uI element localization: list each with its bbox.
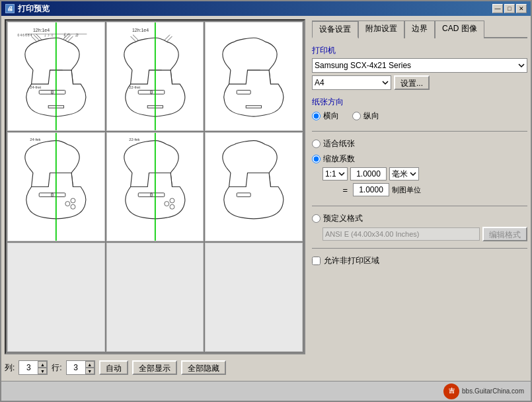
portrait-radio[interactable] bbox=[352, 112, 361, 120]
preview-cell-2 bbox=[205, 22, 303, 131]
minimize-button[interactable]: — bbox=[492, 4, 503, 13]
logo-area: 吉 bbs.GuitarChina.com bbox=[443, 383, 524, 399]
preview-grid: 12h:1e4 0 4 6 6 8 4 ♩ ♪ ♫ 𝄞 𝄢 𝅘𝅥𝅮 𝅘𝅥𝅯 bbox=[6, 20, 304, 353]
scale-row-1: 1:1 1:2 2:1 毫米 英寸 厘米 bbox=[323, 167, 527, 181]
rows-spin-buttons: ▲ ▼ bbox=[85, 361, 95, 374]
preview-cell-1: 12h:1e4 bbox=[106, 22, 204, 131]
scale-factor-option[interactable]: 缩放系数 bbox=[312, 153, 527, 165]
predefined-section: 预定义格式 ANSI E (44.00x34.00 Inches) 编辑格式 bbox=[312, 213, 527, 241]
main-window: 🖨 打印预览 — □ ✕ 12h:1e4 bbox=[0, 0, 532, 402]
svg-text:22-fek: 22-fek bbox=[129, 138, 139, 141]
landscape-radio[interactable] bbox=[312, 112, 321, 120]
paper-row: A4 设置... bbox=[312, 75, 527, 90]
nonprint-row[interactable]: 允许非打印区域 bbox=[312, 255, 527, 266]
svg-text:24-fek: 24-fek bbox=[30, 138, 40, 141]
scale-radio[interactable] bbox=[312, 155, 321, 163]
logo-icon: 吉 bbox=[443, 383, 459, 399]
nonprint-label: 允许非打印区域 bbox=[324, 255, 379, 266]
preview-controls: 列: 3 ▲ ▼ 行: 3 ▲ ▼ 自动 全部显示 bbox=[5, 358, 305, 378]
scale-controls: 1:1 1:2 2:1 毫米 英寸 厘米 = bbox=[312, 167, 527, 196]
format-row: ANSI E (44.00x34.00 Inches) 编辑格式 bbox=[312, 227, 527, 241]
tab-device-settings[interactable]: 设备设置 bbox=[312, 20, 358, 38]
svg-line-8 bbox=[36, 34, 42, 39]
preview-cell-4: 22-fek bbox=[106, 132, 204, 241]
preview-panel: 12h:1e4 0 4 6 6 8 4 ♩ ♪ ♫ 𝄞 𝄢 𝅘𝅥𝅮 𝅘𝅥𝅯 bbox=[1, 16, 309, 381]
window-icon: 🖨 bbox=[5, 4, 15, 13]
svg-text:𝅘𝅥𝅮 𝅘𝅥𝅯: 𝅘𝅥𝅮 𝅘𝅥𝅯 bbox=[75, 33, 79, 37]
bottom-bar: 吉 bbs.GuitarChina.com bbox=[1, 381, 531, 401]
tab-cad-image[interactable]: CAD 图像 bbox=[435, 20, 484, 38]
printer-select[interactable]: Samsung SCX-4x21 Series bbox=[312, 58, 527, 73]
rows-spin-down[interactable]: ▼ bbox=[85, 368, 95, 374]
svg-text:12h:1e4: 12h:1e4 bbox=[33, 28, 50, 32]
edit-format-button[interactable]: 编辑格式 bbox=[482, 227, 527, 241]
scale-label: 缩放系数 bbox=[323, 153, 355, 165]
cols-label: 列: bbox=[5, 362, 15, 374]
fit-label: 适合纸张 bbox=[323, 138, 355, 149]
rows-spinner[interactable]: 3 ▲ ▼ bbox=[66, 360, 95, 375]
svg-text:24-fret: 24-fret bbox=[30, 85, 41, 89]
format-select[interactable]: ANSI E (44.00x34.00 Inches) bbox=[323, 227, 480, 241]
equals-sign: = bbox=[323, 185, 350, 195]
direction-label: 纸张方向 bbox=[312, 97, 527, 108]
hide-all-button[interactable]: 全部隐藏 bbox=[181, 360, 226, 375]
scale-row-2: = 制图单位 bbox=[323, 183, 527, 196]
preview-cell-0: 12h:1e4 0 4 6 6 8 4 ♩ ♪ ♫ 𝄞 𝄢 𝅘𝅥𝅮 𝅘𝅥𝅯 bbox=[7, 22, 105, 131]
close-button[interactable]: ✕ bbox=[516, 4, 527, 13]
show-all-button[interactable]: 全部显示 bbox=[132, 360, 177, 375]
ratio-select[interactable]: 1:1 1:2 2:1 bbox=[323, 167, 348, 181]
settings-button[interactable]: 设置... bbox=[394, 75, 430, 90]
tab-border[interactable]: 边界 bbox=[404, 20, 435, 38]
unit-select-1[interactable]: 毫米 英寸 厘米 bbox=[389, 167, 419, 181]
separator-2 bbox=[312, 206, 527, 206]
cols-input[interactable]: 3 bbox=[19, 361, 38, 374]
scale-value-2[interactable] bbox=[353, 183, 389, 196]
direction-radio-group: 横向 纵向 bbox=[312, 110, 527, 122]
predefined-label: 预定义格式 bbox=[323, 213, 363, 224]
preview-cell-3: 24-fek bbox=[7, 132, 105, 241]
preview-cell-8 bbox=[205, 243, 303, 352]
right-panel: 设备设置 附加设置 边界 CAD 图像 打印机 Samsung SCX-4x21… bbox=[309, 16, 531, 381]
predefined-radio[interactable] bbox=[312, 214, 321, 223]
separator-1 bbox=[312, 131, 527, 132]
svg-text:♩ ♪ ♫: ♩ ♪ ♫ bbox=[44, 33, 54, 37]
landscape-label: 横向 bbox=[323, 110, 339, 122]
logo-text: bbs.GuitarChina.com bbox=[462, 387, 524, 395]
title-bar: 🖨 打印预览 — □ ✕ bbox=[1, 1, 531, 16]
title-buttons: — □ ✕ bbox=[492, 4, 527, 13]
fit-radio[interactable] bbox=[312, 140, 321, 148]
preview-cell-6 bbox=[7, 243, 105, 352]
portrait-label: 纵向 bbox=[363, 110, 379, 122]
scale-section: 适合纸张 缩放系数 1:1 1:2 2:1 bbox=[312, 138, 527, 199]
drawing-unit-label: 制图单位 bbox=[392, 185, 421, 195]
svg-text:12h:1e4: 12h:1e4 bbox=[132, 28, 149, 32]
title-bar-left: 🖨 打印预览 bbox=[5, 3, 50, 15]
window-title: 打印预览 bbox=[18, 3, 50, 15]
printer-section-label: 打印机 bbox=[312, 45, 527, 56]
rows-label: 行: bbox=[52, 362, 61, 374]
svg-text:𝄞 𝄢: 𝄞 𝄢 bbox=[63, 32, 70, 38]
preview-canvas: 12h:1e4 0 4 6 6 8 4 ♩ ♪ ♫ 𝄞 𝄢 𝅘𝅥𝅮 𝅘𝅥𝅯 bbox=[5, 19, 305, 354]
predefined-option[interactable]: 预定义格式 bbox=[312, 213, 527, 224]
nonprint-checkbox[interactable] bbox=[312, 257, 321, 265]
maximize-button[interactable]: □ bbox=[504, 4, 515, 13]
landscape-option[interactable]: 横向 bbox=[312, 110, 339, 122]
rows-input[interactable]: 3 bbox=[67, 361, 85, 374]
rows-spin-up[interactable]: ▲ bbox=[85, 361, 95, 368]
scale-value-1[interactable] bbox=[350, 167, 387, 181]
preview-cell-5 bbox=[205, 132, 303, 241]
paper-size-select[interactable]: A4 bbox=[312, 75, 391, 90]
cols-spin-up[interactable]: ▲ bbox=[38, 361, 47, 368]
separator-3 bbox=[312, 248, 527, 249]
cols-spinner[interactable]: 3 ▲ ▼ bbox=[19, 360, 48, 375]
auto-button[interactable]: 自动 bbox=[99, 360, 128, 375]
svg-text:0 4 6 6 8 4: 0 4 6 6 8 4 bbox=[18, 34, 32, 37]
cols-spin-down[interactable]: ▼ bbox=[38, 368, 47, 374]
portrait-option[interactable]: 纵向 bbox=[352, 110, 379, 122]
preview-cell-7 bbox=[106, 243, 204, 352]
main-content: 12h:1e4 0 4 6 6 8 4 ♩ ♪ ♫ 𝄞 𝄢 𝅘𝅥𝅮 𝅘𝅥𝅯 bbox=[1, 16, 531, 381]
paper-direction-section: 纸张方向 横向 纵向 bbox=[312, 97, 527, 124]
svg-text:22-fret: 22-fret bbox=[129, 85, 140, 89]
tab-additional-settings[interactable]: 附加设置 bbox=[358, 20, 404, 38]
fit-paper-option[interactable]: 适合纸张 bbox=[312, 138, 527, 149]
